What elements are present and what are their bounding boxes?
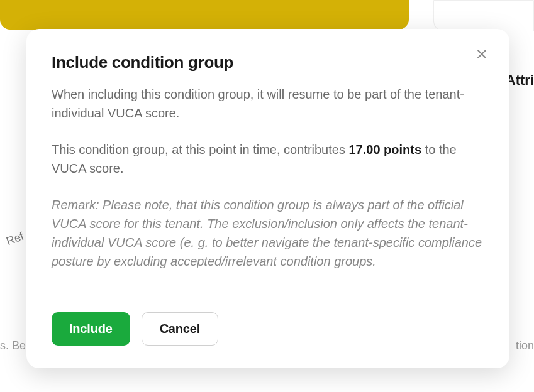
background-text: Attri: [506, 72, 534, 89]
modal-remark: Remark: Please note, that this condition…: [52, 195, 484, 271]
include-condition-group-modal: Include condition group When including t…: [26, 29, 509, 368]
close-icon: [476, 48, 488, 63]
modal-title: Include condition group: [52, 53, 484, 72]
background-text: Ref: [4, 230, 26, 248]
background-panel: [433, 0, 534, 31]
background-text: s. Be: [0, 339, 26, 352]
para2-prefix: This condition group, at this point in t…: [52, 143, 348, 156]
background-banner: [0, 0, 409, 30]
points-value: 17.00 points: [348, 143, 421, 156]
include-button[interactable]: Include: [52, 312, 130, 346]
modal-body: When including this condition group, it …: [52, 85, 484, 271]
modal-paragraph-1: When including this condition group, it …: [52, 85, 484, 122]
modal-footer: Include Cancel: [52, 312, 218, 346]
cancel-button[interactable]: Cancel: [142, 312, 218, 346]
modal-paragraph-2: This condition group, at this point in t…: [52, 140, 484, 178]
background-text: tion: [516, 339, 534, 352]
close-button[interactable]: [473, 46, 491, 64]
